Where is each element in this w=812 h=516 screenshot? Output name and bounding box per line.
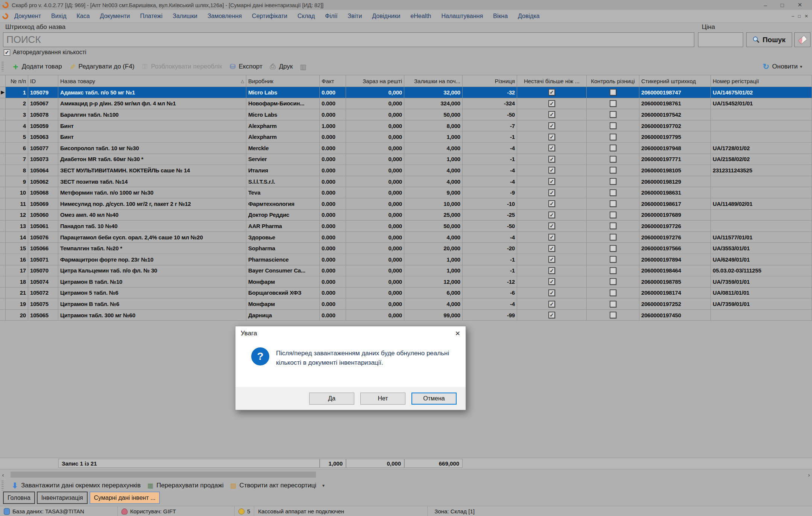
menu-item[interactable]: Довідники — [372, 13, 400, 20]
checkbox[interactable] — [610, 245, 616, 252]
checkbox[interactable] — [610, 222, 616, 229]
menu-item[interactable]: Залишки — [173, 13, 197, 20]
checkbox[interactable]: ✓ — [548, 89, 555, 96]
column-header[interactable]: Факт — [320, 75, 346, 87]
minimize-button[interactable]: – — [764, 2, 767, 8]
checkbox[interactable]: ✓ — [548, 134, 555, 140]
add-item-button[interactable]: + Додати товар — [12, 63, 62, 70]
checkbox[interactable] — [610, 100, 616, 107]
checkbox[interactable]: ✓ — [548, 278, 555, 285]
menu-item[interactable]: Документи — [100, 13, 130, 20]
table-row[interactable]: 6105077Бисопролол табл. 10 мг №30Merckle… — [0, 143, 812, 154]
export-button[interactable]: ⛁ Експорт — [229, 63, 263, 70]
table-row[interactable]: 12105060Омез амп. 40 мл №40Доктор Реддис… — [0, 210, 812, 221]
table-row[interactable]: 8105064ЗЕСТ МУЛЬТИВИТАМИН. КОКТЕЙЛЬ саше… — [0, 165, 812, 176]
autocorrect-checkbox[interactable]: ✓ — [4, 49, 10, 56]
menu-item[interactable]: Замовлення — [208, 13, 242, 20]
column-header[interactable]: № п/п — [6, 75, 28, 87]
menu-item[interactable]: Звіти — [348, 13, 362, 20]
table-row[interactable]: 21105072Цитрамон 5 табл. №6Борщаговский … — [0, 288, 812, 299]
checkbox[interactable]: ✓ — [548, 256, 555, 263]
column-header[interactable]: Залишки на поч... — [404, 75, 463, 87]
column-header[interactable]: Контроль різниці — [587, 75, 639, 87]
checkbox[interactable]: ✓ — [548, 145, 555, 151]
column-header[interactable]: Нестачі більше ніж ... — [517, 75, 587, 87]
checkbox[interactable] — [610, 256, 616, 263]
create-act-dropdown-caret[interactable]: ▾ — [322, 483, 325, 488]
checkbox[interactable] — [610, 178, 616, 185]
menu-item[interactable]: Сертифікати — [252, 13, 287, 20]
column-header[interactable]: Стикерний штрихкод — [639, 75, 711, 87]
checkbox[interactable]: ✓ — [548, 267, 555, 274]
restore-button[interactable]: □ — [780, 2, 784, 8]
table-row[interactable]: 11105069Нимесулид пор. д/сусп. 100 мг/2 … — [0, 198, 812, 210]
checkbox[interactable] — [610, 200, 616, 207]
checkbox[interactable] — [610, 289, 616, 296]
mdi-close-button[interactable]: ✕ — [804, 14, 808, 19]
close-button[interactable]: ✕ — [797, 2, 802, 8]
no-button[interactable]: Нет — [360, 393, 405, 405]
checkbox[interactable] — [610, 301, 616, 307]
checkbox[interactable] — [610, 167, 616, 174]
menu-item[interactable]: Вихід — [51, 13, 67, 20]
checkbox[interactable]: ✓ — [548, 245, 555, 252]
window-tab[interactable]: Інвентаризація — [37, 492, 88, 504]
create-act-button[interactable]: ▨ Створити акт пересортиці — [230, 482, 317, 489]
checkbox[interactable]: ✓ — [548, 178, 555, 185]
window-tab[interactable]: Головна — [3, 492, 35, 504]
checkbox[interactable] — [610, 134, 616, 140]
checkbox[interactable]: ✓ — [548, 100, 555, 107]
checkbox[interactable] — [610, 89, 616, 96]
edit-button[interactable]: ✎ Редагувати до (F4) — [69, 63, 135, 70]
refresh-dropdown-caret[interactable]: ▾ — [800, 64, 802, 69]
load-recounts-button[interactable]: ⬇ Завантажити дані окремих перерахунків — [11, 482, 141, 489]
checkbox[interactable] — [610, 267, 616, 274]
checkbox[interactable] — [610, 212, 616, 218]
menu-item[interactable]: Довідка — [518, 13, 540, 20]
table-row[interactable]: 2105067Амикацид р-р д/ин. 250 мг/мл фл. … — [0, 98, 812, 110]
checkbox[interactable]: ✓ — [548, 167, 555, 174]
checkbox[interactable] — [610, 312, 616, 318]
table-row[interactable]: ▶1105079Адамакс табл. п/о 50 мг №1Micro … — [0, 87, 812, 98]
table-row[interactable]: 18105074Цитрамон В табл. №10Монфарм0.000… — [0, 276, 812, 288]
table-row[interactable]: 13105061Панадол таб. 10 №40AAR Pharma0.0… — [0, 221, 812, 232]
yes-button[interactable]: Да — [309, 393, 354, 405]
toolbar-grip[interactable] — [2, 62, 4, 72]
cancel-button[interactable]: Отмена — [411, 393, 457, 405]
horizontal-scrollbar[interactable]: ‹ › — [0, 470, 812, 479]
print-button[interactable]: ⎙ Друк — [269, 63, 293, 70]
column-header[interactable]: Назва товару△ — [58, 75, 246, 87]
table-row[interactable]: 17105070Цитра Кальцемин таб. п/о фл. № 3… — [0, 265, 812, 277]
mdi-minimize-button[interactable]: – — [792, 14, 794, 19]
menu-item[interactable]: Склад — [297, 13, 315, 20]
table-row[interactable]: 4105059БинтAlexpharm1.0000,0008,000-7✓20… — [0, 120, 812, 132]
checkbox[interactable] — [610, 278, 616, 285]
checkbox[interactable] — [610, 111, 616, 118]
search-input[interactable] — [3, 32, 694, 47]
table-row[interactable]: 15105066Темпалгин табл. №20 *Sopharma0.0… — [0, 243, 812, 254]
checkbox[interactable] — [610, 156, 616, 163]
table-row[interactable]: 20105065Цитрамон табл. 300 мг №60Дарница… — [0, 310, 812, 321]
dialog-close-icon[interactable]: ✕ — [455, 330, 460, 338]
column-header[interactable]: Різниця — [463, 75, 517, 87]
checkbox[interactable]: ✓ — [548, 212, 555, 218]
checkbox[interactable]: ✓ — [548, 312, 555, 318]
table-row[interactable]: 16105071Фармацитрон форте пор. 23г №10Ph… — [0, 254, 812, 265]
checkbox[interactable]: ✓ — [548, 289, 555, 296]
table-row[interactable]: 5105063БинтAlexpharm0.0000,0001,000-1✓20… — [0, 131, 812, 143]
columns-button[interactable]: ▥ — [299, 63, 307, 70]
column-header[interactable]: Зараз на решті — [346, 75, 404, 87]
checkbox[interactable]: ✓ — [548, 301, 555, 307]
table-row[interactable]: 7105073Диабетон MR табл. 60мг №30 *Servi… — [0, 154, 812, 165]
unlock-recount-button[interactable]: ⚿ Розблокувати переоблік — [141, 63, 222, 70]
table-row[interactable]: 3105078Баралгин табл. №100Micro Labs0.00… — [0, 109, 812, 120]
column-header[interactable]: Номер регістрації — [711, 75, 812, 87]
menu-item[interactable]: Документ — [14, 13, 41, 20]
scroll-right-arrow[interactable]: › — [806, 472, 812, 478]
checkbox[interactable]: ✓ — [548, 156, 555, 163]
checkbox[interactable]: ✓ — [548, 122, 555, 129]
column-header[interactable]: ID — [28, 75, 58, 87]
refresh-button[interactable]: ↻ Оновити — [762, 63, 798, 70]
menu-item[interactable]: eHealth — [410, 13, 431, 20]
table-row[interactable]: 19105075Цитрамон В табл. №6Монфарм0.0000… — [0, 298, 812, 310]
